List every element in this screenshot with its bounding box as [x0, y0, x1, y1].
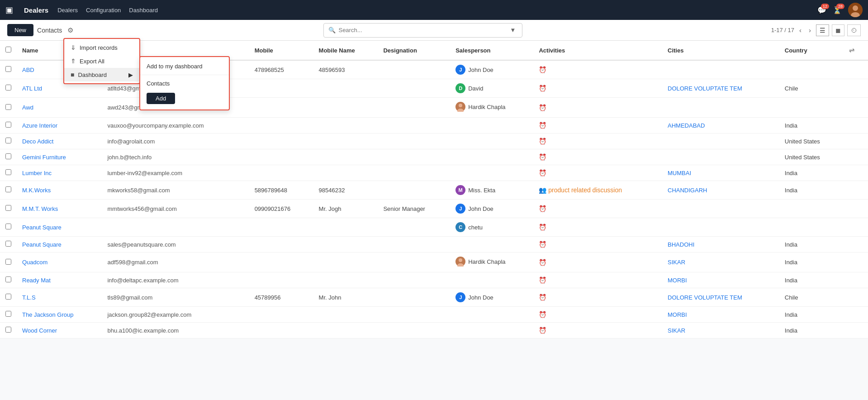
- next-page-button[interactable]: ›: [806, 25, 813, 35]
- contact-name[interactable]: Peanut Square: [22, 224, 62, 231]
- row-extra: [843, 237, 868, 252]
- contact-activity: ⏰: [533, 252, 662, 272]
- col-country[interactable]: Country: [779, 41, 843, 60]
- contact-mobile-name: [313, 79, 378, 98]
- contact-mobile: 09909021676: [249, 200, 313, 218]
- contact-email: mmtworks456@gmail.com: [107, 205, 176, 212]
- contact-salesperson: JJohn Doe: [450, 200, 533, 218]
- column-adjust-button[interactable]: ⇌: [848, 45, 856, 55]
- contact-activity: ⏰: [533, 133, 662, 149]
- col-mobile-name[interactable]: Mobile Name: [313, 41, 378, 60]
- contact-designation: [378, 149, 450, 165]
- contact-email: lumber-inv92@example.com: [107, 170, 182, 176]
- search-dropdown-button[interactable]: ▼: [508, 27, 517, 33]
- row-checkbox[interactable]: [5, 66, 11, 72]
- row-checkbox[interactable]: [5, 311, 11, 317]
- col-activities[interactable]: Activities: [533, 41, 662, 60]
- contact-name[interactable]: Ready Mat: [22, 277, 51, 284]
- select-all-header[interactable]: [0, 41, 17, 60]
- prev-page-button[interactable]: ‹: [797, 25, 804, 35]
- kanban-view-button[interactable]: ◼: [832, 24, 844, 36]
- row-checkbox[interactable]: [5, 153, 11, 159]
- contact-city: DOLORE VOLUPTATE TEM: [662, 79, 779, 98]
- contact-designation: [378, 133, 450, 149]
- row-checkbox[interactable]: [5, 224, 11, 229]
- row-checkbox[interactable]: [5, 122, 11, 128]
- contact-name[interactable]: M.K.Works: [22, 187, 51, 194]
- add-to-dashboard-item[interactable]: Add to my dashboard: [140, 60, 229, 73]
- col-cities[interactable]: Cities: [662, 41, 779, 60]
- contact-mobile: [249, 165, 313, 181]
- contact-name[interactable]: Azure Interior: [22, 122, 57, 129]
- chat-icon[interactable]: 💬 12: [817, 6, 826, 14]
- contact-salesperson: Cchetu: [450, 218, 533, 237]
- export-all-item[interactable]: ⇑ Export All: [64, 54, 139, 68]
- contact-name[interactable]: Peanut Square: [22, 241, 62, 248]
- contact-city: SIKAR: [662, 323, 779, 338]
- new-button[interactable]: New: [7, 24, 33, 36]
- contact-name[interactable]: ATL Ltd: [22, 85, 42, 92]
- contact-mobile: [249, 149, 313, 165]
- row-checkbox[interactable]: [5, 241, 11, 247]
- row-extra: [843, 272, 868, 288]
- contact-name[interactable]: Awd: [22, 104, 33, 111]
- col-adjust[interactable]: ⇌: [843, 41, 868, 60]
- add-dashboard-button[interactable]: Add: [147, 93, 175, 104]
- search-input[interactable]: [338, 27, 505, 33]
- contact-name[interactable]: Wood Corner: [22, 327, 57, 334]
- contact-country: [779, 98, 843, 118]
- contact-mobile: [249, 118, 313, 133]
- dashboard-item[interactable]: ■ Dashboard ▶: [64, 68, 139, 81]
- row-checkbox[interactable]: [5, 186, 11, 192]
- activity-icon[interactable]: ⏳ 28: [833, 6, 842, 14]
- apps-icon[interactable]: ▣: [5, 5, 13, 15]
- import-icon: ⇓: [71, 44, 76, 51]
- contact-name[interactable]: Lumber Inc: [22, 170, 52, 176]
- select-all-checkbox[interactable]: [5, 47, 11, 52]
- contact-name[interactable]: The Jackson Group: [22, 311, 73, 318]
- contact-mobile-name: Mr. John: [313, 288, 378, 307]
- contact-activity: ⏰: [533, 98, 662, 118]
- contact-designation: [378, 307, 450, 323]
- contact-name[interactable]: Deco Addict: [22, 138, 53, 145]
- list-view-button[interactable]: ☰: [816, 24, 829, 36]
- row-checkbox[interactable]: [5, 138, 11, 143]
- submenu-arrow: ▶: [128, 71, 133, 78]
- row-checkbox[interactable]: [5, 327, 11, 333]
- row-checkbox[interactable]: [5, 205, 11, 211]
- clock-icon: ⏰: [539, 85, 546, 92]
- nav-dealers[interactable]: Dealers: [57, 7, 78, 14]
- user-avatar[interactable]: [848, 3, 863, 17]
- row-checkbox[interactable]: [5, 259, 11, 265]
- search-area: 🔍 ▼: [79, 23, 767, 38]
- contact-activity: ⏰: [533, 288, 662, 307]
- import-records-item[interactable]: ⇓ Import records: [64, 41, 139, 54]
- row-extra: [843, 165, 868, 181]
- contact-name[interactable]: Gemini Furniture: [22, 154, 66, 161]
- contact-name[interactable]: T.L.S: [22, 294, 36, 301]
- col-designation[interactable]: Designation: [378, 41, 450, 60]
- nav-dashboard[interactable]: Dashboard: [129, 7, 158, 14]
- row-checkbox[interactable]: [5, 169, 11, 175]
- row-checkbox[interactable]: [5, 104, 11, 110]
- contact-activity: ⏰: [533, 118, 662, 133]
- contact-name[interactable]: M.M.T. Works: [22, 205, 58, 212]
- row-extra: [843, 252, 868, 272]
- row-checkbox[interactable]: [5, 276, 11, 282]
- nav-configuration[interactable]: Configuration: [86, 7, 121, 14]
- contacts-dashboard-item[interactable]: Contacts: [140, 77, 229, 90]
- row-checkbox[interactable]: [5, 294, 11, 300]
- clock-icon: ⏰: [539, 104, 546, 111]
- page-header: New Contacts ⚙ ⇓ Import records ⇑ Export…: [0, 20, 868, 41]
- contact-email: info@deltapc.example.com: [107, 277, 178, 284]
- row-checkbox[interactable]: [5, 85, 11, 90]
- col-mobile[interactable]: Mobile: [249, 41, 313, 60]
- contact-name[interactable]: ABD: [22, 67, 34, 73]
- gear-button[interactable]: ⚙: [66, 24, 75, 36]
- col-salesperson[interactable]: Salesperson: [450, 41, 533, 60]
- contact-name[interactable]: Quadcom: [22, 259, 47, 266]
- contact-country: India: [779, 181, 843, 200]
- clock-icon: ⏰: [539, 259, 546, 266]
- clock-icon: ⏰: [539, 276, 546, 284]
- settings-view-button[interactable]: ⏲: [847, 24, 861, 36]
